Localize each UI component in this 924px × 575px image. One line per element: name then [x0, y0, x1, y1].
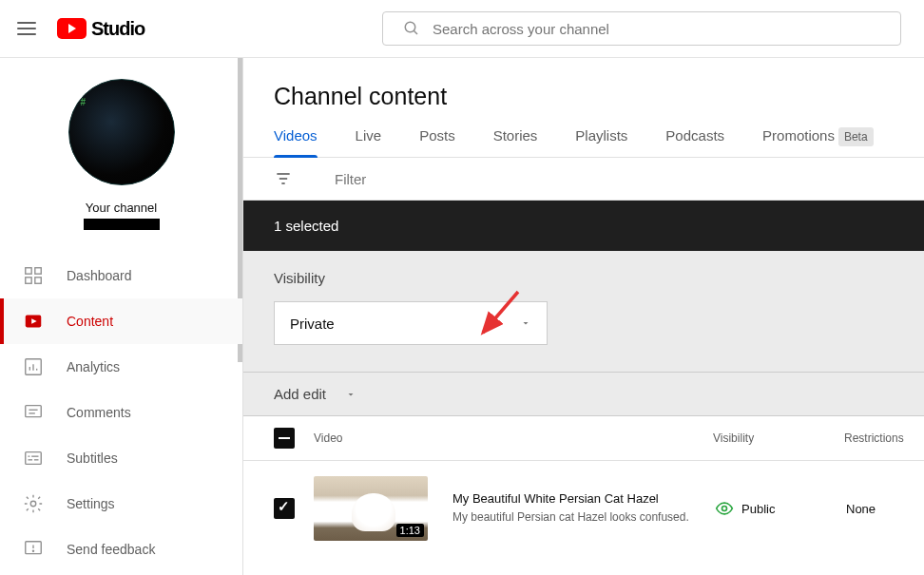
table-header: Video Visibility Restrictions [243, 416, 924, 461]
sidebar-item-label: Settings [67, 496, 115, 511]
visibility-select[interactable]: Private [274, 301, 548, 345]
video-description: My beautiful Persian cat Hazel looks con… [452, 509, 696, 526]
svg-point-19 [30, 501, 36, 507]
svg-rect-5 [35, 278, 41, 283]
svg-rect-14 [26, 452, 42, 465]
sidebar-item-label: Subtitles [67, 450, 118, 466]
tab-posts[interactable]: Posts [419, 127, 455, 157]
gear-icon [23, 493, 44, 514]
channel-name-label: Your channel [0, 201, 242, 215]
sidebar-item-dashboard[interactable]: Dashboard [0, 253, 242, 298]
sidebar-item-label: Analytics [67, 359, 120, 374]
row-visibility-value: Public [741, 502, 775, 516]
feedback-icon [23, 539, 44, 560]
add-edit-label: Add edit [274, 386, 326, 402]
channel-avatar[interactable] [68, 79, 175, 185]
sidebar-item-comments[interactable]: Comments [0, 390, 242, 435]
tab-promotions[interactable]: PromotionsBeta [762, 127, 874, 157]
tab-playlists[interactable]: Playlists [575, 127, 627, 157]
row-restrictions-value: None [846, 502, 894, 516]
row-checkbox[interactable] [274, 498, 295, 519]
sidebar-item-label: Dashboard [67, 268, 132, 283]
chevron-down-icon [345, 389, 356, 400]
svg-point-26 [722, 507, 727, 511]
visibility-public-icon [715, 499, 734, 518]
tab-videos[interactable]: Videos [274, 127, 318, 157]
channel-handle [84, 219, 160, 230]
tab-live[interactable]: Live [356, 127, 382, 157]
search-input[interactable] [382, 11, 901, 46]
svg-point-22 [32, 550, 33, 551]
select-all-checkbox[interactable] [274, 428, 295, 449]
column-visibility: Visibility [713, 431, 825, 445]
sidebar-item-subtitles[interactable]: Subtitles [0, 435, 242, 481]
svg-rect-3 [35, 268, 41, 274]
youtube-studio-logo[interactable]: Studio [57, 18, 144, 40]
video-duration: 1:13 [396, 524, 424, 537]
tab-podcasts[interactable]: Podcasts [665, 127, 724, 157]
sidebar-item-content[interactable]: Content [0, 298, 242, 344]
svg-rect-11 [26, 406, 42, 417]
subtitles-icon [23, 448, 44, 469]
filter-icon[interactable] [274, 169, 293, 188]
sidebar-item-label: Comments [67, 405, 131, 420]
sidebar-item-analytics[interactable]: Analytics [0, 344, 242, 390]
selected-count: 1 selected [274, 218, 338, 234]
dashboard-icon [23, 265, 44, 286]
video-thumbnail[interactable]: 1:13 [314, 476, 428, 541]
visibility-label: Visibility [274, 270, 894, 286]
svg-rect-4 [26, 278, 31, 283]
beta-badge: Beta [838, 127, 874, 146]
svg-rect-2 [26, 268, 31, 274]
column-video: Video [314, 431, 694, 445]
studio-label: Studio [91, 18, 144, 40]
column-restrictions: Restrictions [844, 431, 904, 445]
sidebar-item-label: Send feedback [67, 542, 155, 557]
visibility-value: Private [290, 316, 335, 332]
tab-stories[interactable]: Stories [493, 127, 538, 157]
svg-point-0 [405, 22, 415, 32]
selection-bar: 1 selected [243, 201, 924, 251]
sidebar-item-feedback[interactable]: Send feedback [0, 527, 242, 572]
analytics-icon [23, 356, 44, 377]
content-tabs: Videos Live Posts Stories Playlists Podc… [243, 127, 924, 158]
comments-icon [23, 402, 44, 423]
content-icon [23, 311, 44, 332]
sidebar-item-label: Content [67, 314, 113, 329]
hamburger-menu[interactable] [15, 17, 38, 40]
svg-line-1 [414, 30, 417, 34]
chevron-down-icon [520, 317, 531, 329]
table-row[interactable]: 1:13 My Beautiful White Persian Cat Haze… [243, 461, 924, 556]
video-title: My Beautiful White Persian Cat Hazel [452, 491, 696, 506]
filter-input[interactable] [335, 171, 515, 187]
sidebar-item-settings[interactable]: Settings [0, 481, 242, 527]
page-title: Channel content [243, 58, 924, 127]
add-edit-button[interactable]: Add edit [243, 373, 924, 416]
youtube-play-icon [57, 18, 87, 39]
search-icon [403, 20, 420, 37]
